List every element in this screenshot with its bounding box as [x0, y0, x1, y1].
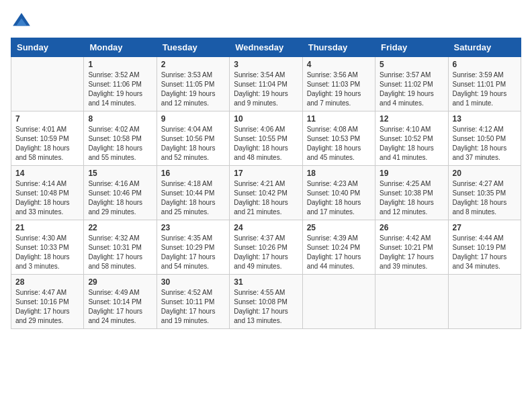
day-number: 30 [161, 277, 225, 287]
day-cell: 5Sunrise: 3:57 AM Sunset: 11:02 PM Dayli… [375, 57, 448, 111]
day-info: Sunrise: 3:52 AM Sunset: 11:06 PM Daylig… [88, 71, 152, 108]
day-info: Sunrise: 4:12 AM Sunset: 10:50 PM Daylig… [453, 125, 517, 163]
day-cell [11, 57, 84, 111]
day-number: 2 [161, 60, 225, 69]
day-info: Sunrise: 4:21 AM Sunset: 10:42 PM Daylig… [234, 179, 298, 217]
day-cell: 9Sunrise: 4:04 AM Sunset: 10:56 PM Dayli… [157, 111, 229, 166]
day-number: 20 [453, 169, 517, 178]
day-number: 27 [453, 223, 517, 232]
header-cell-monday: Monday [84, 38, 157, 57]
day-info: Sunrise: 4:35 AM Sunset: 10:29 PM Daylig… [161, 234, 225, 271]
day-number: 31 [234, 277, 298, 287]
day-number: 15 [88, 169, 152, 178]
day-cell: 15Sunrise: 4:16 AM Sunset: 10:46 PM Dayl… [84, 166, 157, 220]
day-number: 4 [307, 60, 371, 69]
day-cell: 26Sunrise: 4:42 AM Sunset: 10:21 PM Dayl… [375, 220, 448, 275]
day-info: Sunrise: 4:44 AM Sunset: 10:19 PM Daylig… [453, 234, 517, 271]
day-info: Sunrise: 3:53 AM Sunset: 11:05 PM Daylig… [161, 71, 225, 108]
day-cell: 19Sunrise: 4:25 AM Sunset: 10:38 PM Dayl… [375, 166, 448, 220]
page-header [11, 11, 521, 32]
day-number: 19 [380, 169, 443, 178]
day-number: 13 [453, 114, 517, 124]
day-cell [302, 275, 375, 329]
day-cell: 11Sunrise: 4:08 AM Sunset: 10:53 PM Dayl… [302, 111, 375, 166]
day-number: 1 [88, 60, 152, 69]
calendar-header: SundayMondayTuesdayWednesdayThursdayFrid… [11, 38, 521, 57]
day-cell: 13Sunrise: 4:12 AM Sunset: 10:50 PM Dayl… [448, 111, 521, 166]
day-info: Sunrise: 3:59 AM Sunset: 11:01 PM Daylig… [453, 71, 517, 108]
header-cell-sunday: Sunday [11, 38, 84, 57]
day-info: Sunrise: 4:08 AM Sunset: 10:53 PM Daylig… [307, 125, 371, 163]
day-number: 8 [88, 114, 152, 124]
day-info: Sunrise: 4:42 AM Sunset: 10:21 PM Daylig… [380, 234, 443, 271]
logo [11, 11, 35, 32]
week-row-3: 14Sunrise: 4:14 AM Sunset: 10:48 PM Dayl… [11, 166, 521, 220]
calendar-body: 1Sunrise: 3:52 AM Sunset: 11:06 PM Dayli… [11, 57, 521, 329]
day-info: Sunrise: 4:23 AM Sunset: 10:40 PM Daylig… [307, 179, 371, 217]
day-number: 5 [380, 60, 443, 69]
day-number: 9 [161, 114, 225, 124]
day-info: Sunrise: 4:16 AM Sunset: 10:46 PM Daylig… [88, 179, 152, 217]
day-cell: 1Sunrise: 3:52 AM Sunset: 11:06 PM Dayli… [84, 57, 157, 111]
day-cell: 14Sunrise: 4:14 AM Sunset: 10:48 PM Dayl… [11, 166, 84, 220]
day-cell: 6Sunrise: 3:59 AM Sunset: 11:01 PM Dayli… [448, 57, 521, 111]
day-number: 17 [234, 169, 298, 178]
day-number: 28 [15, 277, 79, 287]
day-info: Sunrise: 3:57 AM Sunset: 11:02 PM Daylig… [380, 71, 443, 108]
header-cell-thursday: Thursday [302, 38, 375, 57]
day-cell: 4Sunrise: 3:56 AM Sunset: 11:03 PM Dayli… [302, 57, 375, 111]
day-info: Sunrise: 4:32 AM Sunset: 10:31 PM Daylig… [88, 234, 152, 271]
day-info: Sunrise: 4:52 AM Sunset: 10:11 PM Daylig… [161, 288, 225, 326]
week-row-2: 7Sunrise: 4:01 AM Sunset: 10:59 PM Dayli… [11, 111, 521, 166]
day-number: 25 [307, 223, 371, 232]
day-info: Sunrise: 4:55 AM Sunset: 10:08 PM Daylig… [234, 288, 298, 326]
header-cell-tuesday: Tuesday [157, 38, 229, 57]
day-info: Sunrise: 4:02 AM Sunset: 10:58 PM Daylig… [88, 125, 152, 163]
day-info: Sunrise: 4:04 AM Sunset: 10:56 PM Daylig… [161, 125, 225, 163]
day-info: Sunrise: 4:39 AM Sunset: 10:24 PM Daylig… [307, 234, 371, 271]
day-number: 26 [380, 223, 443, 232]
day-cell: 17Sunrise: 4:21 AM Sunset: 10:42 PM Dayl… [230, 166, 302, 220]
day-cell: 10Sunrise: 4:06 AM Sunset: 10:55 PM Dayl… [230, 111, 302, 166]
day-cell: 20Sunrise: 4:27 AM Sunset: 10:35 PM Dayl… [448, 166, 521, 220]
day-cell: 23Sunrise: 4:35 AM Sunset: 10:29 PM Dayl… [157, 220, 229, 275]
day-info: Sunrise: 4:37 AM Sunset: 10:26 PM Daylig… [234, 234, 298, 271]
day-cell: 25Sunrise: 4:39 AM Sunset: 10:24 PM Dayl… [302, 220, 375, 275]
day-number: 7 [15, 114, 79, 124]
header-cell-wednesday: Wednesday [230, 38, 302, 57]
day-cell: 8Sunrise: 4:02 AM Sunset: 10:58 PM Dayli… [84, 111, 157, 166]
day-info: Sunrise: 3:56 AM Sunset: 11:03 PM Daylig… [307, 71, 371, 108]
day-cell: 22Sunrise: 4:32 AM Sunset: 10:31 PM Dayl… [84, 220, 157, 275]
day-number: 10 [234, 114, 298, 124]
day-info: Sunrise: 4:30 AM Sunset: 10:33 PM Daylig… [15, 234, 79, 271]
day-number: 3 [234, 60, 298, 69]
day-cell: 27Sunrise: 4:44 AM Sunset: 10:19 PM Dayl… [448, 220, 521, 275]
day-number: 22 [88, 223, 152, 232]
day-cell: 31Sunrise: 4:55 AM Sunset: 10:08 PM Dayl… [230, 275, 302, 329]
week-row-5: 28Sunrise: 4:47 AM Sunset: 10:16 PM Dayl… [11, 275, 521, 329]
day-info: Sunrise: 4:18 AM Sunset: 10:44 PM Daylig… [161, 179, 225, 217]
week-row-1: 1Sunrise: 3:52 AM Sunset: 11:06 PM Dayli… [11, 57, 521, 111]
day-number: 18 [307, 169, 371, 178]
day-cell: 18Sunrise: 4:23 AM Sunset: 10:40 PM Dayl… [302, 166, 375, 220]
day-number: 21 [15, 223, 79, 232]
day-number: 14 [15, 169, 79, 178]
day-info: Sunrise: 4:25 AM Sunset: 10:38 PM Daylig… [380, 179, 443, 217]
day-info: Sunrise: 4:49 AM Sunset: 10:14 PM Daylig… [88, 288, 152, 326]
header-cell-friday: Friday [375, 38, 448, 57]
day-cell: 16Sunrise: 4:18 AM Sunset: 10:44 PM Dayl… [157, 166, 229, 220]
day-number: 29 [88, 277, 152, 287]
day-info: Sunrise: 4:01 AM Sunset: 10:59 PM Daylig… [15, 125, 79, 163]
day-info: Sunrise: 4:27 AM Sunset: 10:35 PM Daylig… [453, 179, 517, 217]
day-number: 11 [307, 114, 371, 124]
header-cell-saturday: Saturday [448, 38, 521, 57]
day-cell: 12Sunrise: 4:10 AM Sunset: 10:52 PM Dayl… [375, 111, 448, 166]
day-number: 6 [453, 60, 517, 69]
day-cell: 3Sunrise: 3:54 AM Sunset: 11:04 PM Dayli… [230, 57, 302, 111]
calendar-table: SundayMondayTuesdayWednesdayThursdayFrid… [11, 38, 521, 329]
day-info: Sunrise: 4:47 AM Sunset: 10:16 PM Daylig… [15, 288, 79, 326]
week-row-4: 21Sunrise: 4:30 AM Sunset: 10:33 PM Dayl… [11, 220, 521, 275]
day-number: 24 [234, 223, 298, 232]
day-cell: 7Sunrise: 4:01 AM Sunset: 10:59 PM Dayli… [11, 111, 84, 166]
day-number: 16 [161, 169, 225, 178]
